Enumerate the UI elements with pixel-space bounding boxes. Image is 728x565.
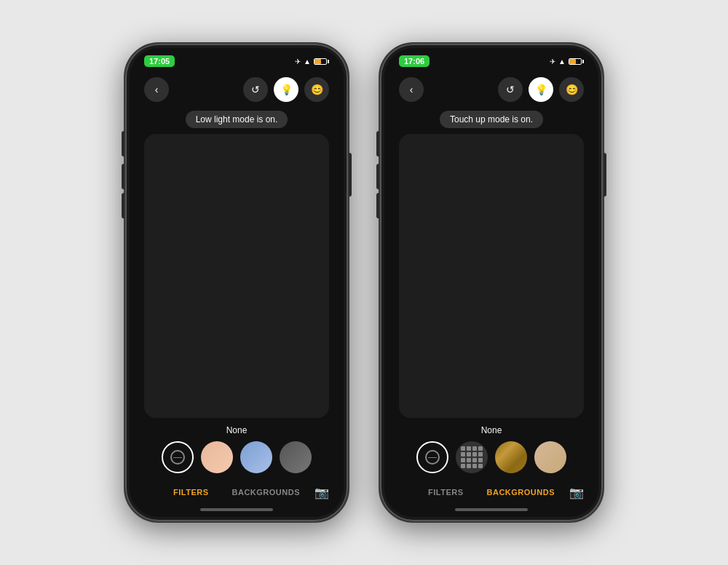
tab-backgrounds-right[interactable]: BACKGROUNDS bbox=[475, 485, 567, 499]
battery-body-left bbox=[314, 58, 327, 65]
status-icons-right: ✈ ▲ bbox=[550, 58, 584, 66]
phone-right: 17:06 ✈ ▲ ‹ ↺ 💡 😊 Touc bbox=[379, 42, 604, 523]
tabs-row-right: FILTERS BACKGROUNDS 📷 bbox=[384, 481, 598, 504]
toolbar-right-right: ↺ 💡 😊 bbox=[498, 77, 584, 102]
airplane-icon-right: ✈ bbox=[550, 58, 555, 66]
tab-filters-left[interactable]: FILTERS bbox=[162, 485, 221, 499]
battery-body-right bbox=[569, 58, 582, 65]
phone-screen-left: 17:05 ✈ ▲ ‹ ↺ 💡 😊 Low bbox=[130, 48, 344, 517]
back-button-right[interactable]: ‹ bbox=[399, 77, 424, 102]
phone-screen-right: 17:06 ✈ ▲ ‹ ↺ 💡 😊 Touc bbox=[384, 48, 598, 517]
battery-right bbox=[569, 58, 584, 65]
filter-row-left: — bbox=[130, 441, 344, 473]
timer-icon-right[interactable]: ↺ bbox=[498, 77, 523, 102]
filter-blue-left[interactable] bbox=[240, 441, 272, 473]
battery-cap-right bbox=[582, 60, 584, 63]
battery-fill-left bbox=[314, 59, 321, 64]
filter-peach-left[interactable] bbox=[201, 441, 233, 473]
camera-icon-left[interactable]: 📷 bbox=[314, 486, 329, 499]
lightbulb-icon-right[interactable]: 💡 bbox=[529, 77, 553, 102]
filter-cream-right[interactable] bbox=[534, 441, 566, 473]
filter-label-right: None bbox=[384, 425, 598, 435]
mode-banner-left: Low light mode is on. bbox=[130, 111, 344, 128]
timer-icon-left[interactable]: ↺ bbox=[243, 77, 268, 102]
camera-icon-right[interactable]: 📷 bbox=[569, 486, 584, 499]
battery-fill-right bbox=[569, 59, 576, 64]
face-retouch-icon-left[interactable]: 😊 bbox=[304, 77, 329, 102]
tab-filters-right[interactable]: FILTERS bbox=[416, 485, 475, 499]
mode-banner-right: Touch up mode is on. bbox=[384, 111, 598, 128]
filter-none-right[interactable]: — bbox=[416, 441, 448, 473]
wifi-icon-left: ▲ bbox=[304, 58, 311, 66]
toolbar-left: ‹ ↺ 💡 😊 bbox=[130, 71, 344, 108]
bottom-section-left: None — FILTERS BACKGROUNDS 📷 bbox=[130, 418, 344, 517]
status-time-left: 17:05 bbox=[144, 55, 175, 67]
status-icons-left: ✈ ▲ bbox=[295, 58, 329, 66]
status-time-right: 17:06 bbox=[399, 55, 430, 67]
lightbulb-icon-left[interactable]: 💡 bbox=[274, 77, 298, 102]
bottom-section-right: None — FI bbox=[384, 418, 598, 517]
toolbar-right-left: ↺ 💡 😊 bbox=[243, 77, 329, 102]
camera-view-left bbox=[144, 134, 329, 418]
pattern-dots bbox=[461, 446, 483, 468]
notch-right bbox=[455, 48, 528, 64]
mode-badge-left: Low light mode is on. bbox=[186, 111, 288, 128]
back-button-left[interactable]: ‹ bbox=[144, 77, 169, 102]
mode-badge-right: Touch up mode is on. bbox=[440, 111, 543, 128]
battery-cap-left bbox=[328, 60, 329, 63]
wifi-icon-right: ▲ bbox=[558, 58, 566, 66]
filter-wood-right[interactable] bbox=[495, 441, 527, 473]
filter-gray-left[interactable] bbox=[280, 441, 312, 473]
filter-none-left[interactable]: — bbox=[162, 441, 194, 473]
camera-view-right bbox=[399, 134, 584, 418]
notch-left bbox=[200, 48, 273, 64]
phone-left: 17:05 ✈ ▲ ‹ ↺ 💡 😊 Low bbox=[124, 42, 349, 523]
filter-row-right: — bbox=[384, 441, 598, 473]
airplane-icon-left: ✈ bbox=[295, 58, 301, 66]
toolbar-right: ‹ ↺ 💡 😊 bbox=[384, 71, 598, 108]
filter-label-left: None bbox=[130, 425, 344, 435]
tab-backgrounds-left[interactable]: BACKGROUNDS bbox=[221, 485, 312, 499]
home-indicator-left bbox=[200, 508, 273, 511]
battery-left bbox=[314, 58, 329, 65]
home-indicator-right bbox=[455, 508, 528, 511]
filter-pattern-right[interactable] bbox=[456, 441, 488, 473]
face-retouch-icon-right[interactable]: 😊 bbox=[559, 77, 584, 102]
tabs-row-left: FILTERS BACKGROUNDS 📷 bbox=[130, 481, 344, 504]
